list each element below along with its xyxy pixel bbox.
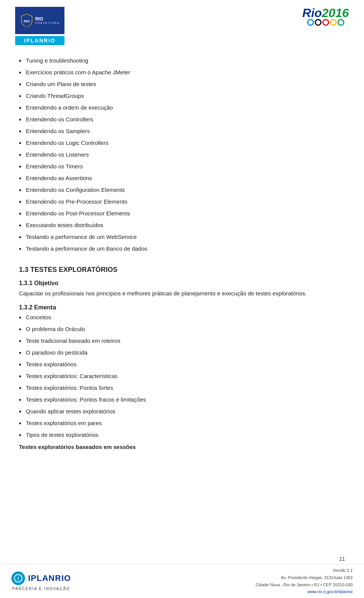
list-item: Testes exploratórios: Pontos fracos e li… — [19, 396, 345, 405]
svg-text:RIO: RIO — [24, 19, 30, 23]
footer-icon: i — [11, 571, 25, 585]
list-item: Entendendo os Timers — [19, 162, 345, 172]
list-item: Executando testes distribuídos — [19, 221, 345, 231]
subsection-1-3-1-heading: 1.3.1 Objetivo — [19, 280, 345, 287]
rio-shield-icon: RIO — [20, 13, 33, 28]
list-item: O problema do Oráculo — [19, 325, 345, 335]
list-item: O paradoxo do pesticida — [19, 348, 345, 358]
prefeitura-text: RIO PREFEITURA — [35, 16, 60, 25]
page-number: 11 — [339, 556, 345, 562]
list-item: Criando um Plano de testes — [19, 80, 345, 90]
list-item: Testes exploratórios: Características — [19, 372, 345, 382]
list-item: Teste tradicional baseado em roteiros — [19, 337, 345, 347]
olympic-ring-green — [337, 19, 344, 26]
svg-text:i: i — [17, 576, 19, 581]
bold-line-sessions: Testes exploratórios baseados em sessões — [19, 444, 345, 450]
section-1-3-heading: 1.3 TESTES EXPLORATÓRIOS — [19, 266, 345, 274]
list-item: Entendendo os Post-Processor Elements — [19, 209, 345, 219]
footer-brand-label: IPLANRIO — [28, 573, 71, 583]
rio2016-text-rio: Rio — [302, 7, 322, 19]
subsection-1-3-2-heading: 1.3.2 Ementa — [19, 304, 345, 311]
footer-version: Versão 2.1 — [256, 567, 353, 574]
list-item: Testes exploratórios: Pontos fortes — [19, 384, 345, 394]
rio2016-text-year: 2016 — [322, 7, 349, 19]
olympic-ring-yellow — [330, 19, 337, 26]
list-item: Conceitos — [19, 313, 345, 323]
iplanrio-badge: IPLANRIO — [15, 36, 64, 45]
list-item: Tipos de testes exploratórios — [19, 431, 345, 441]
list-item: Exercícios práticos com o Apache JMeter — [19, 68, 345, 78]
list-item: Testando a performance de um Banco de da… — [19, 245, 345, 254]
list-item: Entendendo os Listeners — [19, 151, 345, 160]
list-item: Entendendo as Assertions — [19, 174, 345, 184]
list-item: Tuning e troubleshooting — [19, 57, 345, 66]
list-item: Entendendo os Samplers — [19, 127, 345, 137]
list-item: Entendendo os Configuration Elements — [19, 186, 345, 196]
footer-info: Versão 2.1 Av. Presidente Vargas, 3131/s… — [256, 567, 353, 595]
list-item: Entendendo os Logic Controllers — [19, 139, 345, 149]
header-logo-left: RIO RIO PREFEITURA IPLANRIO — [15, 7, 64, 45]
olympic-ring-blue — [307, 19, 314, 26]
list-item: Testes exploratórios em pares — [19, 419, 345, 429]
footer-tagline: PARCERIA E INOVAÇÃO — [13, 587, 70, 591]
footer-website: www.rio.rj.gov.br/iplanrio — [256, 588, 353, 595]
footer-address-1: Av. Presidente Vargas, 3131/sala 1303 — [256, 574, 353, 581]
footer-iplanrio-logo: i IPLANRIO — [11, 571, 71, 585]
olympic-ring-black — [315, 19, 322, 26]
footer-logo-area: i IPLANRIO PARCERIA E INOVAÇÃO — [11, 571, 71, 591]
info-icon: i — [14, 574, 22, 582]
list-item: Testando a performance de um WebService — [19, 233, 345, 243]
list-item: Entendendo os Pre-Processor Elements — [19, 198, 345, 207]
ementa-list: ConceitosO problema do OráculoTeste trad… — [19, 313, 345, 441]
main-content: Tuning e troubleshootingExercícios práti… — [0, 49, 364, 488]
footer: i IPLANRIO PARCERIA E INOVAÇÃO Versão 2.… — [0, 564, 364, 598]
olympic-ring-red — [322, 19, 329, 26]
list-item: Entendendo os Controllers — [19, 115, 345, 125]
header: RIO RIO PREFEITURA IPLANRIO Rio 2016 — [0, 0, 364, 49]
bullet-list-top: Tuning e troubleshootingExercícios práti… — [19, 57, 345, 254]
prefeitura-logo: RIO RIO PREFEITURA — [15, 7, 64, 34]
list-item: Criando ThreadGroups — [19, 92, 345, 102]
list-item: Testes exploratórios — [19, 360, 345, 370]
list-item: Entendendo a ordem de execução — [19, 104, 345, 113]
subsection-1-3-1-paragraph: Capacitar os profissionais nos princípio… — [19, 289, 345, 298]
footer-address-2: Cidade Nova - Rio de Janeiro • RJ • CEP … — [256, 581, 353, 589]
olympic-rings — [307, 19, 344, 26]
list-item: Quando aplicar testes exploratórios — [19, 407, 345, 417]
rio2016-logo: Rio 2016 — [302, 7, 349, 26]
